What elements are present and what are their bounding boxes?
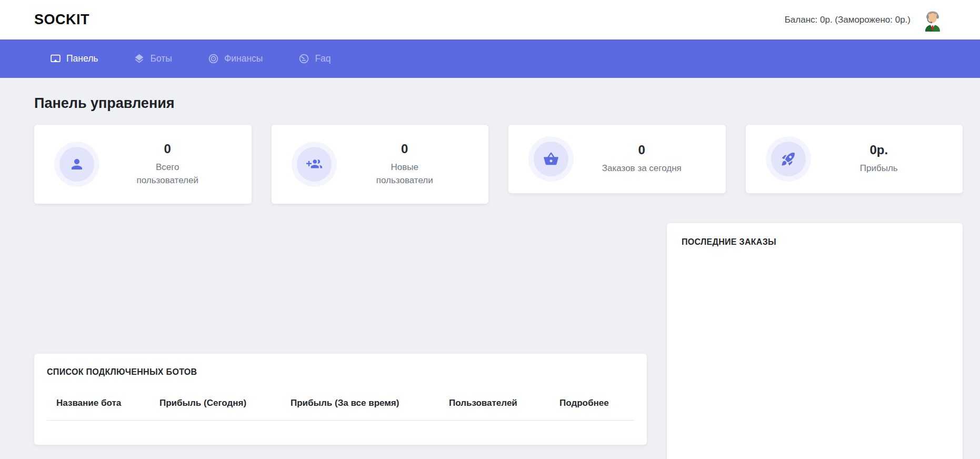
stat-card-orders-today: 0 Заказов за сегодня — [508, 125, 726, 193]
stats-row: 0 Всего пользователей 0 Новые пользовате… — [34, 125, 963, 204]
monitor-icon — [50, 53, 61, 64]
stat-card-new-users: 0 Новые пользователи — [272, 125, 489, 204]
stat-value: 0 — [164, 142, 171, 156]
stat-value: 0 — [401, 142, 408, 156]
column-header-details: Подробнее — [559, 398, 634, 408]
nav-item-label: Финансы — [224, 53, 263, 64]
stat-icon-circle — [297, 147, 332, 182]
table-divider — [47, 420, 634, 421]
stat-label: Всего пользователей — [127, 161, 208, 187]
stat-label: Прибыль — [860, 162, 898, 175]
nav-item-panel[interactable]: Панель — [50, 53, 98, 64]
nav-item-bots[interactable]: Боты — [134, 53, 172, 64]
page-title: Панель управления — [34, 95, 963, 112]
person-add-icon — [306, 156, 322, 172]
main-nav: Панель Боты Финансы Faq — [0, 39, 980, 78]
column-header-profit-total: Прибыль (За все время) — [291, 398, 449, 408]
latest-orders-panel: ПОСЛЕДНИЕ ЗАКАЗЫ — [667, 223, 963, 459]
nav-item-label: Панель — [66, 53, 98, 64]
bots-panel-title: СПИСОК ПОДКЛЮЧЕННЫХ БОТОВ — [47, 367, 634, 377]
balance-text: Баланс: 0р. (Заморожено: 0р.) — [785, 15, 911, 25]
basket-icon — [543, 151, 559, 167]
lower-row: СПИСОК ПОДКЛЮЧЕННЫХ БОТОВ Название бота … — [34, 223, 963, 459]
person-icon — [69, 156, 85, 172]
stat-label: Новые пользователи — [364, 161, 445, 187]
nav-item-label: Боты — [150, 53, 172, 64]
column-header-profit-today: Прибыль (Сегодня) — [159, 398, 291, 408]
column-header-users: Пользователей — [449, 398, 559, 408]
stat-icon-circle — [771, 142, 806, 176]
orders-panel-title: ПОСЛЕДНИЕ ЗАКАЗЫ — [682, 237, 948, 247]
app-logo[interactable]: SOCKIT — [34, 12, 89, 28]
stat-icon-circle — [59, 147, 94, 182]
stat-card-total-users: 0 Всего пользователей — [34, 125, 252, 204]
top-header: SOCKIT Баланс: 0р. (Заморожено: 0р.) — [0, 0, 980, 39]
stat-value: 0 — [638, 143, 645, 157]
target-icon — [208, 53, 219, 64]
stat-icon-circle — [534, 142, 568, 176]
gauge-icon — [298, 53, 309, 64]
main-content: Панель управления 0 Всего пользователей … — [0, 78, 980, 459]
stat-value: 0р. — [869, 143, 888, 157]
column-header-bot-name: Название бота — [47, 398, 159, 408]
layers-icon — [134, 53, 145, 64]
nav-item-label: Faq — [315, 53, 331, 64]
support-agent-avatar[interactable] — [922, 8, 943, 32]
nav-item-faq[interactable]: Faq — [298, 53, 331, 64]
stat-label: Заказов за сегодня — [602, 162, 682, 175]
bots-table-header-row: Название бота Прибыль (Сегодня) Прибыль … — [47, 398, 634, 408]
stat-card-profit: 0р. Прибыль — [746, 125, 963, 193]
nav-item-finance[interactable]: Финансы — [208, 53, 263, 64]
bots-table: Название бота Прибыль (Сегодня) Прибыль … — [47, 398, 634, 421]
connected-bots-panel: СПИСОК ПОДКЛЮЧЕННЫХ БОТОВ Название бота … — [34, 354, 647, 445]
rocket-icon — [781, 151, 796, 167]
